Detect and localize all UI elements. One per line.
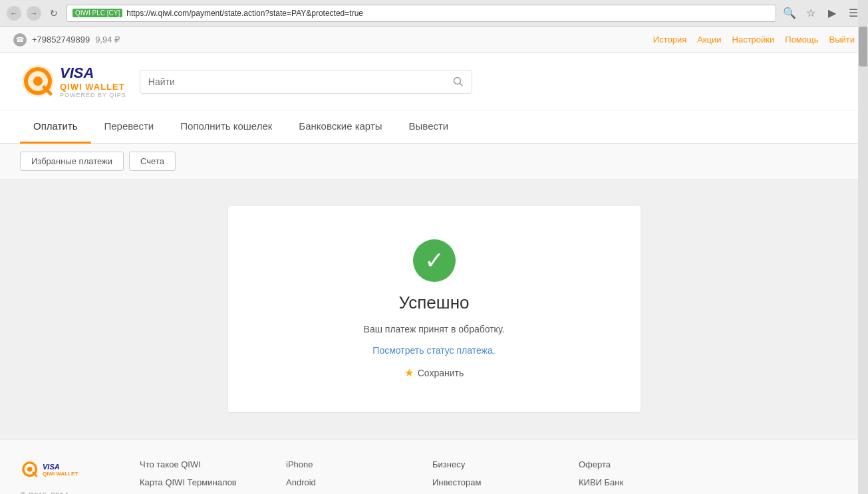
footer-visa-text: VISA [43, 463, 78, 471]
tab-perevesti[interactable]: Перевести [91, 110, 168, 144]
history-link[interactable]: История [653, 35, 686, 45]
tab-popolnit[interactable]: Пополнить кошелек [167, 110, 285, 144]
footer-logo-image: VISA QIWI WALLET [20, 459, 100, 479]
search-icon [453, 76, 464, 87]
phone-number: +79852749899 [32, 35, 90, 45]
qiwi-logo-icon [20, 63, 57, 100]
footer-link-android[interactable]: Android [286, 477, 392, 487]
footer-col-legal: Оферта КИВИ Банк [579, 459, 685, 494]
qiwi-wallet-label: QIWI WALLET [60, 82, 126, 92]
footer-col-apps: iPhone Android iPad Windows Phone Другие… [286, 459, 392, 494]
svg-point-2 [33, 76, 43, 86]
url-text: https://w.qiwi.com/payment/state.action?… [126, 9, 770, 18]
search-button[interactable] [445, 70, 472, 94]
success-card: ✓ Успешно Ваш платеж принят в обработку.… [228, 206, 641, 412]
footer-link-kiwi-bank[interactable]: КИВИ Банк [579, 477, 685, 487]
subtab-accounts[interactable]: Счета [129, 152, 176, 171]
tab-bankovskie[interactable]: Банковские карты [285, 110, 395, 144]
footer-link-oferta[interactable]: Оферта [579, 459, 685, 469]
visa-label: VISA [60, 64, 126, 82]
powered-label: POWERED BY QIPS [60, 92, 126, 98]
status-link[interactable]: Посмотреть статус платежа. [372, 345, 495, 356]
forward-button[interactable]: → [27, 6, 41, 21]
tab-oplatit[interactable]: Оплатить [20, 110, 91, 144]
footer-link-business[interactable]: Бизнесу [432, 459, 539, 469]
browser-toolbar-icons: 🔍 ☆ ▶ ☰ [782, 5, 861, 21]
main-content: ✓ Успешно Ваш платеж принят в обработку.… [0, 180, 868, 439]
footer-copyright: © QIWI, 2014 [20, 491, 100, 494]
topbar-phone-area: ☎ +79852749899 9,94 ₽ [13, 33, 120, 47]
success-icon: ✓ [413, 239, 456, 282]
address-bar: QIWI PLC [CY] https://w.qiwi.com/payment… [67, 5, 776, 22]
footer-qiwi-icon [20, 459, 40, 479]
sub-tabs: Избранные платежи Счета [0, 144, 868, 180]
extension-icon[interactable]: ▶ [824, 5, 840, 21]
svg-line-5 [460, 83, 462, 86]
footer-col-business: Бизнесу Инвесторам [432, 459, 539, 494]
scrollbar-thumb[interactable] [859, 27, 867, 66]
success-title: Успешно [399, 293, 470, 313]
footer-qiwi-text: QIWI WALLET [43, 471, 78, 477]
ssl-badge: QIWI PLC [CY] [72, 9, 122, 17]
site-footer: VISA QIWI WALLET © QIWI, 2014 Что такое … [0, 439, 868, 494]
site-topbar: ☎ +79852749899 9,94 ₽ История Акции Наст… [0, 27, 868, 53]
save-label: Сохранить [418, 368, 464, 378]
promo-link[interactable]: Акции [697, 35, 721, 45]
back-button[interactable]: ← [7, 6, 21, 21]
star-icon: ★ [404, 366, 414, 379]
footer-link-about-qiwi[interactable]: Что такое QIWI [140, 459, 246, 469]
star-browser-icon[interactable]: ☆ [803, 5, 819, 21]
tab-vyvesti[interactable]: Вывести [396, 110, 462, 144]
logout-link[interactable]: Выйти [829, 35, 855, 45]
topbar-actions: История Акции Настройки Помощь Выйти [653, 35, 855, 45]
search-browser-icon[interactable]: 🔍 [782, 5, 797, 21]
search-bar [140, 70, 472, 94]
subtab-favorites[interactable]: Избранные платежи [20, 152, 124, 171]
footer-link-investors[interactable]: Инвесторам [432, 477, 539, 487]
browser-chrome: ← → ↻ QIWI PLC [CY] https://w.qiwi.com/p… [0, 0, 868, 27]
footer-col-about: Что такое QIWI Карта QIWI Терминалов Спо… [140, 459, 246, 494]
footer-link-terminals-map[interactable]: Карта QIWI Терминалов [140, 477, 246, 487]
balance: 9,94 ₽ [95, 35, 120, 45]
nav-tabs: Оплатить Перевести Пополнить кошелек Бан… [0, 110, 868, 144]
scrollbar[interactable] [858, 0, 868, 494]
search-input[interactable] [140, 76, 445, 87]
site-header: VISA QIWI WALLET POWERED BY QIPS [0, 53, 868, 110]
phone-icon: ☎ [13, 33, 27, 47]
svg-point-7 [27, 467, 33, 472]
help-link[interactable]: Помощь [785, 35, 818, 45]
save-button[interactable]: ★ Сохранить [404, 366, 464, 379]
logo: VISA QIWI WALLET POWERED BY QIPS [20, 63, 126, 100]
success-subtitle: Ваш платеж принят в обработку. [364, 324, 505, 334]
logo-text: VISA QIWI WALLET POWERED BY QIPS [60, 64, 126, 98]
refresh-button[interactable]: ↻ [47, 6, 61, 21]
footer-logo: VISA QIWI WALLET © QIWI, 2014 [20, 459, 100, 494]
settings-link[interactable]: Настройки [732, 35, 775, 45]
footer-link-iphone[interactable]: iPhone [286, 459, 392, 469]
checkmark-icon: ✓ [424, 247, 444, 275]
